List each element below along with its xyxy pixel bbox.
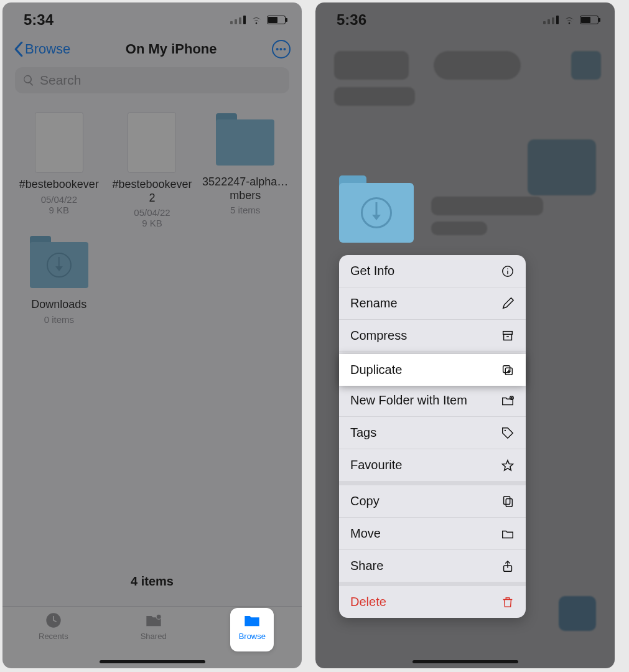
item-count: 4 items: [2, 574, 302, 589]
search-icon: [22, 74, 35, 86]
back-button[interactable]: Browse: [14, 41, 70, 57]
menu-label: Compress: [350, 329, 407, 343]
tab-label: Recents: [39, 632, 68, 641]
folder-plus-icon: [501, 394, 515, 408]
nav-header: Browse On My iPhone •••: [2, 35, 302, 63]
context-menu: Get Info Rename Compress Duplicate New F…: [339, 255, 526, 618]
wifi-icon: [562, 15, 576, 25]
item-meta: 5 items: [198, 205, 292, 215]
info-icon: [501, 264, 515, 278]
item-meta: 0 items: [12, 314, 106, 325]
share-icon: [501, 559, 515, 573]
status-right: [230, 15, 286, 25]
file-thumbnail: [128, 112, 176, 173]
tab-label: Browse: [239, 632, 266, 641]
menu-delete[interactable]: Delete: [339, 586, 526, 618]
shared-folder-icon: [144, 612, 163, 629]
menu-label: Rename: [350, 296, 398, 310]
menu-rename[interactable]: Rename: [339, 287, 526, 319]
menu-share[interactable]: Share: [339, 549, 526, 582]
folder-item-downloads[interactable]: Downloads 0 items: [12, 235, 106, 325]
home-indicator: [412, 660, 518, 663]
folder-icon: [243, 612, 261, 629]
status-bar: 5:34: [2, 2, 302, 35]
item-name: #bestebookever: [12, 178, 106, 192]
cellular-icon: [230, 16, 246, 24]
item-size: 9 KB: [12, 205, 106, 215]
tab-bar: Recents Shared Browse: [2, 606, 302, 668]
menu-label: Get Info: [350, 264, 394, 278]
screenshot-left: 5:34 Browse On My iPhone ••• Search #bes…: [2, 2, 302, 668]
battery-icon: [580, 16, 599, 24]
cellular-icon: [543, 16, 559, 24]
item-date: 05/04/22: [12, 194, 106, 205]
menu-label: Tags: [350, 426, 376, 440]
menu-get-info[interactable]: Get Info: [339, 255, 526, 287]
search-placeholder: Search: [40, 73, 82, 88]
menu-new-folder[interactable]: New Folder with Item: [339, 384, 526, 416]
tab-label: Shared: [141, 632, 167, 641]
tag-icon: [501, 426, 515, 440]
back-label: Browse: [25, 41, 70, 57]
clock-icon: [44, 612, 63, 629]
folder-icon: [501, 527, 515, 541]
archive-icon: [501, 329, 515, 343]
items-grid: #bestebookever 05/04/22 9 KB #bestebooke…: [2, 93, 302, 325]
status-right: [543, 15, 599, 25]
svg-point-4: [507, 268, 508, 269]
item-name: Downloads: [12, 298, 106, 312]
chevron-left-icon: [14, 42, 24, 57]
menu-tags[interactable]: Tags: [339, 416, 526, 449]
status-time: 5:34: [24, 11, 54, 29]
item-name: #bestebookever 2: [106, 178, 199, 205]
ellipsis-icon: •••: [276, 44, 287, 54]
downloads-folder-icon: [30, 242, 88, 288]
menu-favourite[interactable]: Favourite: [339, 449, 526, 481]
status-time: 5:36: [337, 11, 366, 29]
menu-move[interactable]: Move: [339, 517, 526, 549]
menu-label: Move: [350, 526, 381, 541]
tab-browse[interactable]: Browse: [239, 612, 266, 668]
item-size: 9 KB: [106, 218, 199, 228]
home-indicator: [100, 660, 205, 663]
copy-icon: [501, 495, 515, 508]
more-button[interactable]: •••: [272, 40, 291, 58]
duplicate-icon: [501, 363, 515, 377]
highlighted-duplicate[interactable]: Duplicate: [339, 354, 526, 386]
folder-item[interactable]: 3522247-alpha…mbers 5 items: [198, 112, 292, 228]
menu-label: Favourite: [350, 458, 402, 472]
screenshot-right: 5:36 Get Info Rename Compr: [315, 2, 615, 668]
svg-point-14: [505, 429, 506, 431]
pencil-icon: [501, 297, 515, 310]
menu-label: New Folder with Item: [350, 393, 467, 408]
menu-label: Copy: [350, 494, 380, 508]
svg-point-1: [156, 614, 161, 619]
menu-compress[interactable]: Compress: [339, 319, 526, 352]
selected-folder-icon: [339, 183, 414, 243]
svg-rect-16: [506, 498, 512, 506]
svg-rect-5: [503, 331, 513, 334]
trash-icon: [501, 595, 515, 609]
item-date: 05/04/22: [106, 207, 199, 218]
file-item[interactable]: #bestebookever 05/04/22 9 KB: [12, 112, 106, 228]
search-input[interactable]: Search: [15, 67, 289, 93]
page-title: On My iPhone: [126, 41, 217, 57]
item-name: 3522247-alpha…mbers: [198, 175, 292, 202]
star-icon: [501, 459, 515, 472]
menu-label: Share: [350, 559, 383, 573]
status-bar: 5:36: [315, 2, 615, 35]
menu-copy[interactable]: Copy: [339, 485, 526, 517]
menu-duplicate-highlight[interactable]: Duplicate: [339, 354, 526, 386]
menu-label: Duplicate: [350, 363, 402, 377]
svg-rect-15: [504, 496, 510, 504]
menu-label: Delete: [350, 595, 386, 609]
battery-icon: [267, 16, 286, 24]
tab-recents[interactable]: Recents: [39, 612, 68, 668]
wifi-icon: [249, 15, 263, 25]
folder-icon: [216, 119, 274, 166]
file-item[interactable]: #bestebookever 2 05/04/22 9 KB: [106, 112, 199, 228]
file-thumbnail: [35, 112, 83, 173]
